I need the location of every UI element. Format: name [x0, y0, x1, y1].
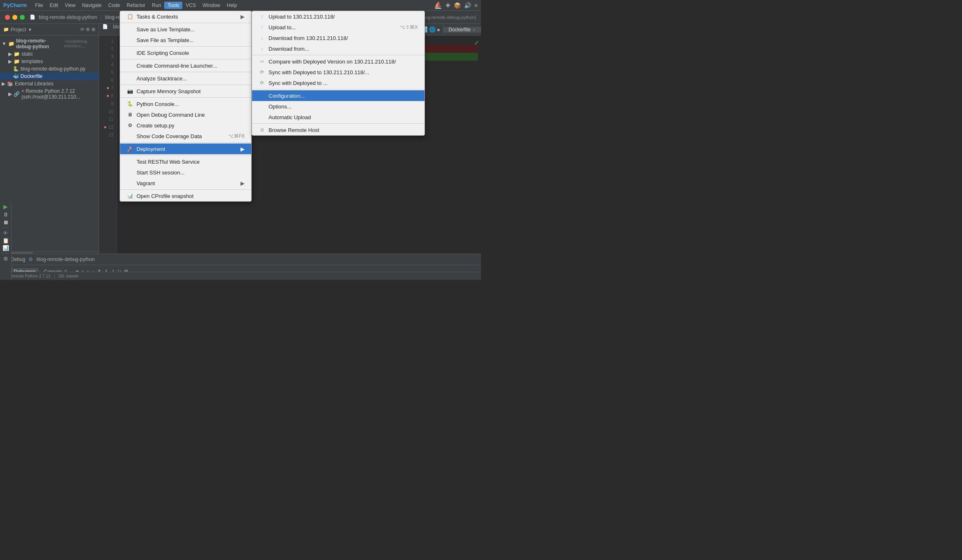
menu-edit[interactable]: Edit: [46, 2, 61, 9]
dep-sync-ip[interactable]: ⟳ Sync with Deployed to 130.211.210.118/…: [252, 67, 424, 78]
tools-menu: 📋 Tasks & Contexts ▶ Save as Live Templa…: [120, 11, 252, 202]
dep-download-from-ip[interactable]: ↓ Download from 130.211.210.118/: [252, 33, 424, 43]
cprofile-label: Open CProfile snapshot: [137, 193, 193, 199]
py-file-icon: 🐍: [13, 66, 19, 72]
sidebar-expand-btn[interactable]: ⊞: [92, 27, 95, 32]
menu-vcs[interactable]: VCS: [182, 2, 199, 9]
traffic-lights: [5, 15, 25, 20]
sep-8: [120, 155, 251, 155]
tree-root[interactable]: ▼ 📁 blog-remote-debug-python ~/code/blog…: [0, 37, 99, 50]
sidebar-gear-btn[interactable]: ⚙: [86, 27, 90, 32]
sync-ip-icon: ⟳: [259, 69, 265, 75]
tree-dockerfile[interactable]: 🐳 Dockerfile: [0, 73, 99, 80]
vars-btn[interactable]: 📊: [2, 245, 9, 251]
python-console-label: Python Console...: [137, 101, 179, 107]
menu-file[interactable]: File: [32, 2, 46, 9]
pause-btn[interactable]: ⏸: [3, 211, 9, 218]
tree-ext-label: External Libraries: [15, 81, 53, 87]
dep-options-label: Options...: [269, 104, 292, 110]
menu-stacktrace[interactable]: Analyze Stacktrace...: [120, 73, 251, 84]
dep-upload-to-ip[interactable]: ↑ Upload to 130.211.210.118/: [252, 11, 424, 22]
resume-btn[interactable]: ▶: [3, 203, 8, 210]
sep-9: [120, 189, 251, 190]
camera-icon: 📷: [127, 88, 133, 94]
stop-btn[interactable]: ■: [437, 27, 440, 32]
config-icon: [259, 92, 265, 99]
dep-configuration[interactable]: Configuration...: [252, 90, 424, 101]
upload-shortcut: ⌥⇧⌘X: [400, 24, 418, 30]
menu-cprofile[interactable]: 📊 Open CProfile snapshot: [120, 191, 251, 201]
debug-session-icon: ⚙: [28, 256, 33, 262]
debug-panel-header: 🐛 Debug ⚙ blog-remote-debug-python: [0, 254, 481, 265]
menu-window[interactable]: Window: [199, 2, 224, 9]
menu-tools[interactable]: Tools: [164, 2, 182, 9]
coverage-btn[interactable]: 🌐: [429, 26, 436, 33]
sep-3: [120, 59, 251, 59]
tri-icon: ▶: [8, 51, 12, 57]
menu-ide-scripting[interactable]: IDE Scripting Console: [120, 47, 251, 58]
menu-debug-cmdline[interactable]: 🖥 Open Debug Command Line: [120, 109, 251, 120]
dep-upload-to[interactable]: ↑ Upload to... ⌥⇧⌘X: [252, 22, 424, 33]
dep-auto-upload[interactable]: Automatic Upload: [252, 112, 424, 122]
menu-capture-memory[interactable]: 📷 Capture Memory Snapshot: [120, 86, 251, 96]
dep-compare[interactable]: ⇔ Compare with Deployed Version on 130.2…: [252, 56, 424, 67]
dep-browse[interactable]: 🖥 Browse Remote Host: [252, 125, 424, 135]
minimize-button[interactable]: [12, 15, 17, 20]
dep-browse-label: Browse Remote Host: [269, 127, 319, 133]
dep-options[interactable]: Options...: [252, 101, 424, 112]
menu-code[interactable]: Code: [105, 2, 123, 9]
tasks-label: Tasks & Contexts: [137, 14, 178, 20]
menu-refactor[interactable]: Refactor: [123, 2, 149, 9]
tree-remote-label: < Remote Python 2.7.12 (ssh://root@130.2…: [21, 88, 97, 100]
settings-btn[interactable]: ⚙: [3, 256, 8, 262]
tree-py-file[interactable]: 🐍 blog-remote-debug-python.py: [0, 65, 99, 73]
save-file-icon: [127, 37, 133, 43]
menu-create-setup[interactable]: ⚙ Create setup.py: [120, 120, 251, 131]
stacktrace-label: Analyze Stacktrace...: [137, 75, 187, 82]
auto-upload-icon: [259, 114, 265, 120]
status-git: Git: master: [59, 274, 79, 278]
tree-remote-python[interactable]: ▶ 🔗 < Remote Python 2.7.12 (ssh://root@1…: [0, 87, 99, 101]
window-tab1[interactable]: blog-remote-debug-python: [39, 14, 97, 20]
dockerfile-tab-close[interactable]: ×: [473, 27, 476, 32]
maximize-button[interactable]: [20, 15, 25, 20]
menu-tasks-contexts[interactable]: 📋 Tasks & Contexts ▶: [120, 11, 251, 22]
view-btn[interactable]: 👁: [3, 230, 8, 236]
debug-label: Debug ⚙ blog-remote-debug-python: [11, 256, 95, 262]
tri-ext-icon: ▶: [2, 81, 5, 87]
dockerfile-tab[interactable]: Dockerfile ×: [443, 27, 481, 33]
menu-ssh[interactable]: Start SSH session...: [120, 167, 251, 178]
menu-deployment[interactable]: 🚀 Deployment ▶: [120, 144, 251, 154]
editor-gutter: 1 2 3 4 5 6 ●7 ●8 9 10 11 ●12 13: [99, 35, 117, 254]
tree-static-label: static: [21, 51, 33, 57]
sync-icon: ⟳: [259, 80, 265, 86]
dep-sync[interactable]: ⟳ Sync with Deployed to ...: [252, 78, 424, 88]
menu-navigate[interactable]: Navigate: [79, 2, 105, 9]
frames-btn[interactable]: 📋: [2, 238, 9, 244]
tree-ext-libs[interactable]: ▶ 📚 External Libraries: [0, 80, 99, 87]
dep-download-from[interactable]: ↓ Download from...: [252, 43, 424, 54]
menu-help[interactable]: Help: [224, 2, 240, 9]
menu-view[interactable]: View: [61, 2, 79, 9]
tree-templates[interactable]: ▶ 📁 templates: [0, 58, 99, 65]
dep-sync-ip-label: Sync with Deployed to 130.211.210.118/..…: [269, 69, 369, 75]
line-7: ●7: [99, 84, 113, 92]
folder-icon: 📁: [8, 41, 14, 47]
dockerfile-tab-label: Dockerfile: [448, 27, 470, 33]
menu-python-console[interactable]: 🐍 Python Console...: [120, 99, 251, 109]
menu-code-coverage[interactable]: Show Code Coverage Data ⌥⌘F6: [120, 131, 251, 141]
menu-save-live-template[interactable]: Save as Live Template...: [120, 24, 251, 35]
menu-restful[interactable]: Test RESTful Web Service: [120, 156, 251, 167]
sidebar-sync-btn[interactable]: ⟳: [80, 27, 84, 32]
close-button[interactable]: [5, 15, 10, 20]
dep-sep-1: [252, 55, 424, 55]
tree-static[interactable]: ▶ 📁 static: [0, 50, 99, 58]
vagrant-arrow: ▶: [240, 180, 245, 186]
save-file-label: Save File as Template...: [137, 37, 194, 43]
menu-vagrant[interactable]: Vagrant ▶: [120, 178, 251, 188]
menu-run[interactable]: Run: [149, 2, 164, 9]
line-8: ●8: [99, 92, 113, 100]
menu-save-file-template[interactable]: Save File as Template...: [120, 35, 251, 45]
stop-btn2[interactable]: ⏹: [3, 219, 9, 226]
menu-cmdline-launcher[interactable]: Create Command-line Launcher...: [120, 60, 251, 71]
